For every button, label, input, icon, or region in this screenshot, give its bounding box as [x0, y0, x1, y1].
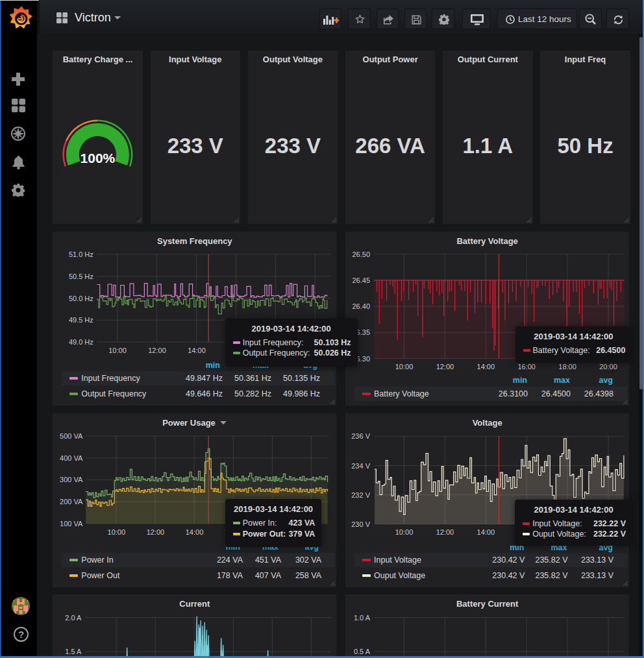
- svg-text:100%: 100%: [80, 151, 116, 165]
